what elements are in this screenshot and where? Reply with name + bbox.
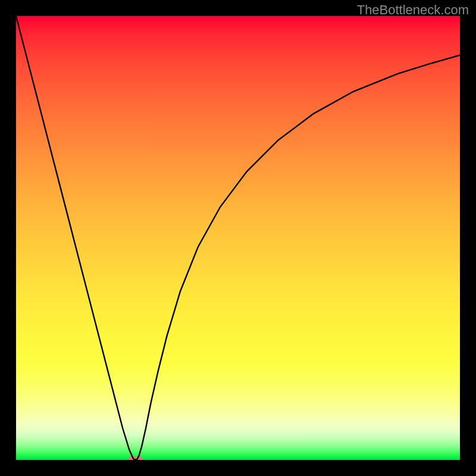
chart-frame: TheBottleneck.com [0,0,476,476]
watermark-text: TheBottleneck.com [357,2,469,18]
curve-line [16,16,460,460]
plot-area [16,16,460,460]
